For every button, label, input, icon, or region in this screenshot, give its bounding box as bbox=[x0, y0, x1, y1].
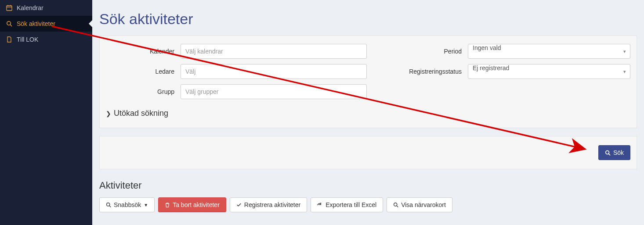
page-title: Sök aktiviteter bbox=[92, 0, 644, 36]
register-activities-button[interactable]: Registrera aktiviteter bbox=[230, 197, 307, 212]
period-label: Period bbox=[384, 48, 468, 55]
results-toolbar: Snabbsök ▼ Ta bort aktiviteter Registrer… bbox=[92, 197, 644, 219]
delete-activities-button[interactable]: Ta bort aktiviteter bbox=[158, 197, 226, 212]
search-button-label: Sök bbox=[613, 149, 624, 156]
search-button[interactable]: Sök bbox=[598, 145, 630, 160]
regstatus-label: Registreringsstatus bbox=[384, 68, 468, 75]
file-icon bbox=[5, 36, 13, 43]
sidebar-item-label: Sök aktiviteter bbox=[17, 20, 55, 27]
search-icon bbox=[605, 150, 611, 156]
kalender-label: Kalender bbox=[106, 48, 181, 55]
check-icon bbox=[236, 202, 242, 207]
search-icon bbox=[106, 202, 111, 207]
svg-line-5 bbox=[10, 25, 12, 26]
sidebar-item-sok-aktiviteter[interactable]: Sök aktiviteter bbox=[0, 16, 92, 32]
kalender-input[interactable] bbox=[181, 44, 367, 59]
sidebar-item-till-lok[interactable]: Till LOK bbox=[0, 32, 92, 47]
ledare-input[interactable] bbox=[181, 64, 367, 79]
show-card-button[interactable]: Visa närvarokort bbox=[387, 197, 452, 212]
sidebar-item-kalendrar[interactable]: Kalendrar bbox=[0, 0, 92, 16]
extended-search-label: Utökad sökning bbox=[114, 109, 168, 118]
svg-point-6 bbox=[606, 150, 609, 154]
svg-rect-0 bbox=[7, 6, 12, 11]
search-icon bbox=[5, 21, 13, 27]
main-content: Sök aktiviteter Kalender Ledare Grupp bbox=[92, 0, 644, 225]
section-title: Aktiviteter bbox=[92, 177, 644, 197]
register-activities-label: Registrera aktiviteter bbox=[244, 201, 300, 208]
sidebar-item-label: Till LOK bbox=[17, 36, 38, 43]
export-excel-label: Exportera till Excel bbox=[326, 201, 376, 208]
search-icon bbox=[393, 202, 398, 207]
svg-point-8 bbox=[107, 203, 110, 206]
calendar-icon bbox=[5, 5, 13, 11]
sidebar-item-label: Kalendrar bbox=[17, 4, 43, 11]
svg-point-4 bbox=[7, 21, 11, 25]
ledare-label: Ledare bbox=[106, 68, 181, 75]
grupp-label: Grupp bbox=[106, 88, 181, 95]
trash-icon bbox=[165, 202, 170, 207]
filter-panel: Kalender Ledare Grupp Period bbox=[99, 36, 637, 128]
grupp-input[interactable] bbox=[181, 84, 367, 99]
caret-down-icon: ▼ bbox=[144, 203, 148, 207]
search-bar: Sök bbox=[99, 136, 637, 169]
svg-line-7 bbox=[608, 154, 610, 155]
regstatus-select[interactable]: Ej registrerad bbox=[468, 64, 630, 79]
export-excel-button[interactable]: Exportera till Excel bbox=[311, 197, 383, 212]
svg-line-9 bbox=[109, 206, 111, 207]
chevron-right-icon: ❯ bbox=[106, 110, 111, 117]
svg-point-10 bbox=[394, 203, 397, 206]
show-card-label: Visa närvarokort bbox=[401, 201, 446, 208]
sidebar: Kalendrar Sök aktiviteter Till LOK bbox=[0, 0, 92, 225]
delete-activities-label: Ta bort aktiviteter bbox=[173, 201, 220, 208]
extended-search-toggle[interactable]: ❯ Utökad sökning bbox=[106, 107, 168, 120]
quick-search-label: Snabbsök bbox=[114, 201, 141, 208]
share-icon bbox=[317, 202, 323, 207]
period-select[interactable]: Ingen vald bbox=[468, 44, 630, 59]
quick-search-button[interactable]: Snabbsök ▼ bbox=[99, 197, 155, 212]
svg-line-11 bbox=[397, 206, 398, 207]
